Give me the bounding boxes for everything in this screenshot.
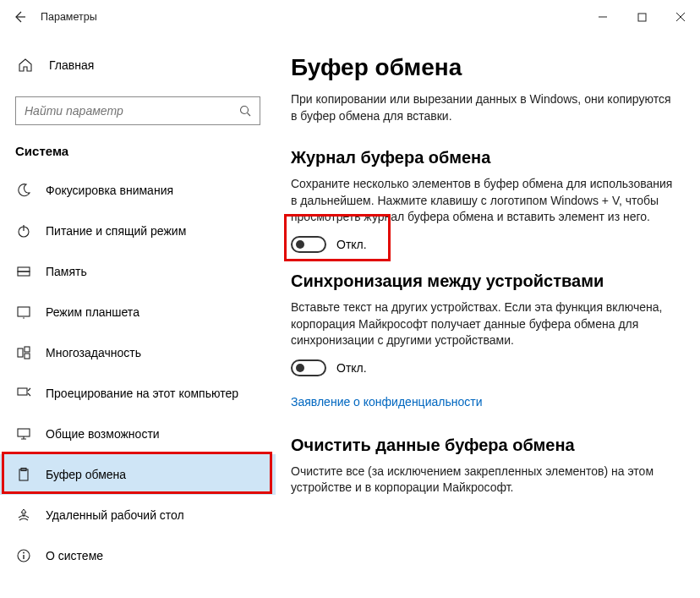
svg-rect-0	[638, 14, 646, 21]
sidebar-group-title: Система	[0, 132, 276, 165]
history-toggle[interactable]	[291, 236, 326, 253]
svg-rect-9	[25, 354, 30, 359]
svg-point-1	[241, 107, 249, 114]
sidebar-item-6[interactable]: Общие возможности	[0, 414, 276, 454]
sync-toggle-label: Откл.	[336, 361, 367, 375]
sidebar-item-label: Удаленный рабочий стол	[46, 508, 184, 522]
sidebar-item-label: Многозадачность	[46, 346, 141, 359]
titlebar: Параметры	[0, 0, 700, 34]
history-heading: Журнал буфера обмена	[291, 148, 675, 167]
clipboard-icon	[15, 466, 32, 483]
svg-rect-8	[25, 347, 30, 352]
svg-rect-3	[18, 267, 30, 272]
sidebar-item-3[interactable]: Режим планшета	[0, 292, 276, 332]
svg-rect-7	[18, 348, 23, 357]
window-title: Параметры	[39, 11, 583, 23]
sidebar-item-label: Режим планшета	[46, 305, 139, 319]
home-button[interactable]: Главная	[0, 47, 276, 83]
svg-rect-10	[18, 388, 27, 395]
sidebar-item-label: Проецирование на этот компьютер	[46, 387, 238, 400]
sidebar-item-0[interactable]: Фокусировка внимания	[0, 170, 276, 211]
power-icon	[15, 222, 32, 239]
page-title: Буфер обмена	[291, 54, 675, 81]
svg-point-15	[23, 552, 25, 554]
clear-heading: Очистить данные буфера обмена	[291, 436, 675, 455]
about-icon	[15, 547, 32, 564]
svg-rect-4	[18, 272, 30, 276]
sidebar-item-label: Буфер обмена	[46, 468, 126, 481]
svg-point-6	[23, 317, 25, 319]
clear-desc: Очистите все (за исключением закрепленны…	[291, 464, 675, 497]
close-button[interactable]	[661, 0, 700, 34]
home-label: Главная	[49, 58, 94, 72]
maximize-button[interactable]	[622, 0, 661, 34]
page-intro: При копировании или вырезании данных в W…	[291, 91, 675, 124]
remote-icon	[15, 507, 32, 524]
privacy-link[interactable]: Заявление о конфиденциальности	[291, 395, 482, 409]
sidebar-item-9[interactable]: О системе	[0, 535, 276, 576]
sidebar-item-8[interactable]: Удаленный рабочий стол	[0, 495, 276, 535]
multitask-icon	[15, 344, 32, 361]
sidebar-item-label: Питание и спящий режим	[46, 224, 186, 238]
maximize-icon	[637, 13, 647, 22]
project-icon	[15, 385, 32, 402]
search-input[interactable]	[16, 97, 231, 124]
home-icon	[17, 57, 34, 74]
sidebar-item-7[interactable]: Буфер обмена	[0, 454, 276, 495]
sync-toggle-row: Откл.	[291, 359, 675, 376]
storage-icon	[15, 263, 32, 280]
history-toggle-label: Откл.	[336, 238, 367, 251]
sidebar-item-2[interactable]: Память	[0, 251, 276, 292]
sidebar-item-label: Общие возможности	[46, 427, 160, 441]
sidebar-item-5[interactable]: Проецирование на этот компьютер	[0, 373, 276, 414]
back-button[interactable]	[0, 0, 39, 34]
tablet-icon	[15, 304, 32, 321]
sync-toggle[interactable]	[291, 359, 326, 376]
sidebar-item-1[interactable]: Питание и спящий режим	[0, 211, 276, 251]
content-pane: Буфер обмена При копировании или вырезан…	[276, 34, 700, 598]
sidebar-item-label: О системе	[46, 549, 103, 562]
moon-icon	[15, 182, 32, 199]
sidebar-item-label: Память	[46, 265, 87, 278]
shared-icon	[15, 425, 32, 442]
sync-desc: Вставьте текст на других устройствах. Ес…	[291, 299, 675, 349]
close-icon	[675, 12, 686, 22]
svg-rect-11	[18, 429, 30, 436]
sidebar-item-label: Фокусировка внимания	[46, 184, 173, 197]
search-box[interactable]	[15, 96, 260, 125]
sidebar: Главная Система Фокусировка вниманияПита…	[0, 34, 276, 598]
arrow-left-icon	[13, 10, 26, 24]
minimize-button[interactable]	[583, 0, 622, 34]
window-controls	[583, 0, 700, 34]
svg-rect-5	[18, 307, 30, 316]
search-icon	[231, 96, 260, 125]
history-toggle-row: Откл.	[291, 236, 675, 253]
history-desc: Сохраните несколько элементов в буфер об…	[291, 176, 675, 226]
sidebar-item-4[interactable]: Многозадачность	[0, 332, 276, 373]
minimize-icon	[598, 12, 608, 22]
sidebar-list: Фокусировка вниманияПитание и спящий реж…	[0, 170, 276, 576]
sync-heading: Синхронизация между устройствами	[291, 272, 675, 291]
